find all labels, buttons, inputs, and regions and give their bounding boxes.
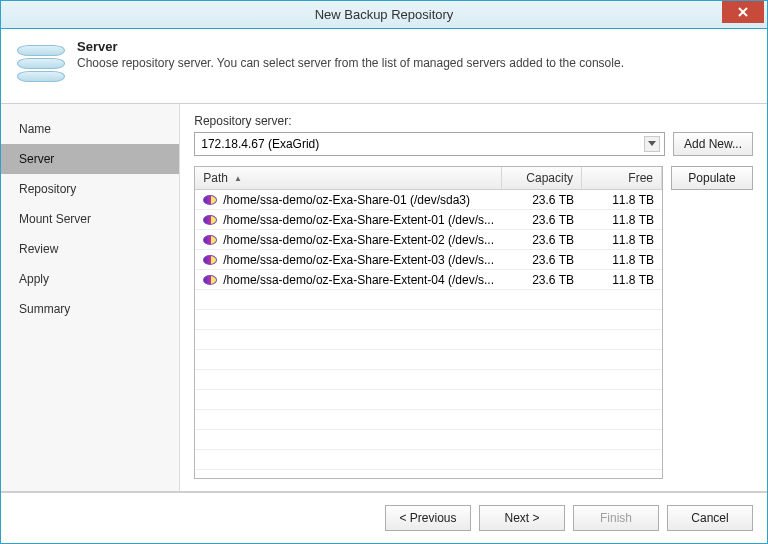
content-panel: Repository server: 172.18.4.67 (ExaGrid)… <box>180 104 767 491</box>
server-dropdown[interactable]: 172.18.4.67 (ExaGrid) <box>194 132 665 156</box>
col-free[interactable]: Free <box>582 167 662 189</box>
sort-asc-icon: ▲ <box>234 174 242 183</box>
disk-icon <box>203 275 217 285</box>
table-row[interactable]: /home/ssa-demo/oz-Exa-Share-01 (/dev/sda… <box>195 190 662 210</box>
grid-header: Path ▲ Capacity Free <box>195 167 662 190</box>
nav-item-apply[interactable]: Apply <box>1 264 179 294</box>
table-row[interactable]: /home/ssa-demo/oz-Exa-Share-Extent-01 (/… <box>195 210 662 230</box>
close-button[interactable] <box>722 1 764 23</box>
cancel-button[interactable]: Cancel <box>667 505 753 531</box>
add-new-button[interactable]: Add New... <box>673 132 753 156</box>
nav-item-review[interactable]: Review <box>1 234 179 264</box>
nav-item-name[interactable]: Name <box>1 114 179 144</box>
nav-item-repository[interactable]: Repository <box>1 174 179 204</box>
server-field-label: Repository server: <box>194 114 753 128</box>
grid-body[interactable]: /home/ssa-demo/oz-Exa-Share-01 (/dev/sda… <box>195 190 662 478</box>
wizard-body: Name Server Repository Mount Server Revi… <box>1 104 767 491</box>
grid-side-buttons: Populate <box>671 166 753 479</box>
nav-item-server[interactable]: Server <box>1 144 179 174</box>
wizard-window: New Backup Repository Server Choose repo… <box>0 0 768 544</box>
close-icon <box>738 7 748 17</box>
disk-icon <box>203 195 217 205</box>
empty-rows <box>195 290 662 478</box>
nav-item-mount-server[interactable]: Mount Server <box>1 204 179 234</box>
path-grid: Path ▲ Capacity Free /home/ssa-demo/oz-E… <box>194 166 663 479</box>
col-path[interactable]: Path ▲ <box>195 167 502 189</box>
disk-icon <box>203 255 217 265</box>
repository-icon <box>17 39 65 87</box>
chevron-down-icon <box>644 136 660 152</box>
previous-button[interactable]: < Previous <box>385 505 471 531</box>
col-capacity[interactable]: Capacity <box>502 167 582 189</box>
table-row[interactable]: /home/ssa-demo/oz-Exa-Share-Extent-03 (/… <box>195 250 662 270</box>
disk-icon <box>203 215 217 225</box>
page-subtitle: Choose repository server. You can select… <box>77 56 624 70</box>
next-button[interactable]: Next > <box>479 505 565 531</box>
wizard-header: Server Choose repository server. You can… <box>1 29 767 104</box>
finish-button: Finish <box>573 505 659 531</box>
disk-icon <box>203 235 217 245</box>
page-title: Server <box>77 39 624 54</box>
wizard-nav: Name Server Repository Mount Server Revi… <box>1 104 180 491</box>
titlebar: New Backup Repository <box>1 1 767 29</box>
window-title: New Backup Repository <box>1 7 767 22</box>
table-row[interactable]: /home/ssa-demo/oz-Exa-Share-Extent-04 (/… <box>195 270 662 290</box>
nav-item-summary[interactable]: Summary <box>1 294 179 324</box>
server-row: 172.18.4.67 (ExaGrid) Add New... <box>194 132 753 156</box>
populate-button[interactable]: Populate <box>671 166 753 190</box>
server-dropdown-value: 172.18.4.67 (ExaGrid) <box>201 137 319 151</box>
grid-row: Path ▲ Capacity Free /home/ssa-demo/oz-E… <box>194 166 753 479</box>
table-row[interactable]: /home/ssa-demo/oz-Exa-Share-Extent-02 (/… <box>195 230 662 250</box>
wizard-footer: < Previous Next > Finish Cancel <box>1 491 767 543</box>
